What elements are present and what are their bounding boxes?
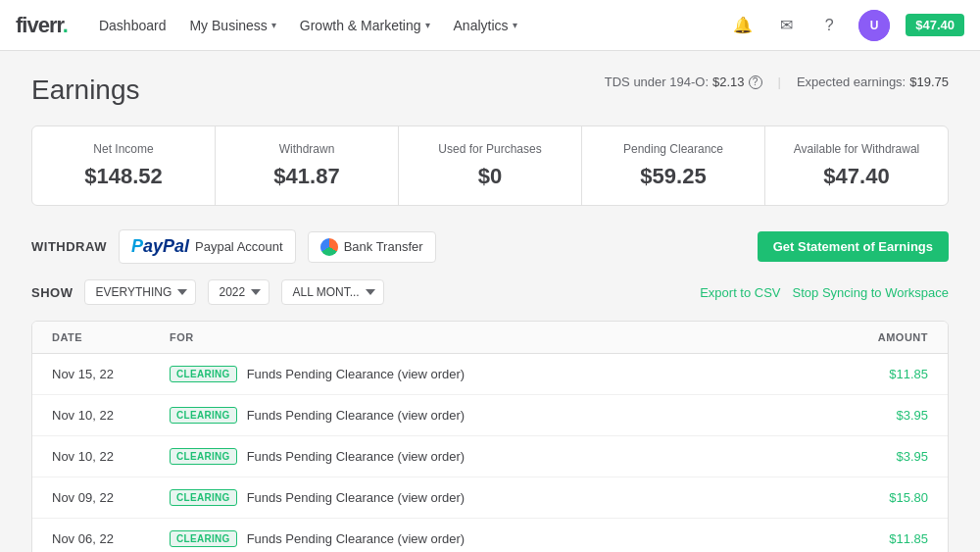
col-for: FOR	[170, 331, 810, 343]
col-amount: AMOUNT	[810, 331, 928, 343]
cell-description: Funds Pending Clearance (view order)	[247, 408, 466, 423]
bank-label: Bank Transfer	[344, 239, 423, 254]
expected-label: Expected earnings:	[797, 75, 906, 89]
tds-value: $2.13	[712, 75, 745, 89]
stat-net-income-value: $148.52	[52, 164, 195, 189]
chevron-down-icon: ▾	[513, 20, 517, 30]
table-body: Nov 15, 22 CLEARING Funds Pending Cleara…	[32, 354, 948, 552]
page-title: Earnings	[31, 75, 140, 106]
table-row: Nov 10, 22 CLEARING Funds Pending Cleara…	[32, 436, 948, 477]
year-filter[interactable]: 2022	[208, 279, 270, 305]
cell-for: CLEARING Funds Pending Clearance (view o…	[170, 407, 810, 424]
col-date: DATE	[52, 331, 170, 343]
stat-available-value: $47.40	[785, 164, 928, 189]
cell-amount: $15.80	[810, 490, 928, 505]
clearing-badge: CLEARING	[170, 489, 237, 506]
top-nav: fiverr. Dashboard My Business ▾ Growth &…	[0, 0, 980, 51]
nav-analytics[interactable]: Analytics ▾	[454, 18, 517, 33]
cell-amount: $11.85	[810, 367, 928, 381]
cell-description: Funds Pending Clearance (view order)	[247, 449, 466, 464]
cell-date: Nov 09, 22	[52, 490, 170, 505]
bank-icon	[320, 238, 338, 256]
nav-growth-marketing[interactable]: Growth & Marketing ▾	[300, 18, 430, 33]
cell-description: Funds Pending Clearance (view order)	[247, 531, 466, 546]
stats-row: Net Income $148.52 Withdrawn $41.87 Used…	[31, 125, 949, 206]
stat-withdrawn: Withdrawn $41.87	[216, 126, 399, 205]
type-filter[interactable]: EVERYTHING	[84, 279, 196, 305]
stat-pending: Pending Clearance $59.25	[582, 126, 765, 205]
cell-for: CLEARING Funds Pending Clearance (view o…	[170, 530, 810, 547]
svg-text:U: U	[870, 19, 879, 32]
paypal-label: Paypal Account	[195, 239, 283, 254]
bank-transfer-button[interactable]: Bank Transfer	[308, 231, 436, 263]
stat-withdrawn-label: Withdrawn	[235, 142, 378, 156]
expected-earnings: Expected earnings: $19.75	[797, 75, 949, 89]
chevron-down-icon: ▾	[425, 20, 430, 30]
stat-pending-value: $59.25	[602, 164, 745, 189]
main-content: Earnings TDS under 194-O: $2.13 ? | Expe…	[0, 51, 980, 552]
table-row: Nov 15, 22 CLEARING Funds Pending Cleara…	[32, 354, 948, 395]
clearing-badge: CLEARING	[170, 530, 237, 547]
get-statement-button[interactable]: Get Statement of Earnings	[758, 231, 949, 262]
cell-for: CLEARING Funds Pending Clearance (view o…	[170, 489, 810, 506]
fiverr-logo[interactable]: fiverr.	[16, 13, 68, 38]
chevron-down-icon: ▾	[271, 20, 276, 30]
earnings-table: DATE FOR AMOUNT Nov 15, 22 CLEARING Fund…	[31, 321, 949, 552]
nav-my-business[interactable]: My Business ▾	[189, 18, 275, 33]
cell-amount: $3.95	[810, 408, 928, 423]
page-header: Earnings TDS under 194-O: $2.13 ? | Expe…	[31, 75, 949, 106]
cell-for: CLEARING Funds Pending Clearance (view o…	[170, 366, 810, 382]
stat-purchases: Used for Purchases $0	[399, 126, 582, 205]
withdraw-row: WITHDRAW PayPal Paypal Account Bank Tran…	[31, 229, 949, 264]
cell-description: Funds Pending Clearance (view order)	[247, 490, 466, 505]
paypal-icon: PayPal	[131, 236, 189, 257]
header-icons: 🔔 ✉ ? U $47.40	[729, 10, 964, 41]
tds-info-icon[interactable]: ?	[749, 75, 762, 89]
clearing-badge: CLEARING	[170, 448, 237, 465]
avatar[interactable]: U	[858, 10, 890, 41]
paypal-button[interactable]: PayPal Paypal Account	[119, 229, 296, 264]
filter-row: SHOW EVERYTHING 2022 ALL MONT... Export …	[31, 279, 949, 305]
cell-date: Nov 15, 22	[52, 367, 170, 381]
stat-purchases-value: $0	[418, 164, 562, 189]
help-icon[interactable]: ?	[815, 12, 843, 39]
tds-label: TDS under 194-O:	[605, 75, 709, 89]
clearing-badge: CLEARING	[170, 407, 237, 424]
export-csv-link[interactable]: Export to CSV	[700, 285, 780, 300]
stat-net-income: Net Income $148.52	[32, 126, 216, 205]
table-row: Nov 10, 22 CLEARING Funds Pending Cleara…	[32, 395, 948, 436]
balance-badge[interactable]: $47.40	[906, 14, 964, 36]
cell-for: CLEARING Funds Pending Clearance (view o…	[170, 448, 810, 465]
stat-available: Available for Withdrawal $47.40	[765, 126, 948, 205]
cell-date: Nov 10, 22	[52, 449, 170, 464]
stat-purchases-label: Used for Purchases	[418, 142, 562, 156]
cell-amount: $11.85	[810, 531, 928, 546]
withdraw-label: WITHDRAW	[31, 239, 107, 254]
table-header: DATE FOR AMOUNT	[32, 322, 948, 354]
show-label: SHOW	[31, 285, 73, 300]
notification-icon[interactable]: 🔔	[729, 12, 757, 39]
cell-amount: $3.95	[810, 449, 928, 464]
stat-pending-label: Pending Clearance	[602, 142, 745, 156]
stat-available-label: Available for Withdrawal	[785, 142, 928, 156]
meta-divider: |	[778, 75, 781, 89]
clearing-badge: CLEARING	[170, 366, 237, 382]
cell-description: Funds Pending Clearance (view order)	[247, 367, 466, 381]
stop-sync-link[interactable]: Stop Syncing to Workspace	[793, 285, 949, 300]
cell-date: Nov 06, 22	[52, 531, 170, 546]
stat-net-income-label: Net Income	[52, 142, 195, 156]
table-row: Nov 06, 22 CLEARING Funds Pending Cleara…	[32, 519, 948, 552]
nav-dashboard[interactable]: Dashboard	[99, 18, 167, 33]
month-filter[interactable]: ALL MONT...	[281, 279, 384, 305]
stat-withdrawn-value: $41.87	[235, 164, 378, 189]
mail-icon[interactable]: ✉	[772, 12, 800, 39]
expected-value: $19.75	[909, 75, 949, 89]
tds-info: TDS under 194-O: $2.13 ?	[605, 75, 762, 89]
cell-date: Nov 10, 22	[52, 408, 170, 423]
table-row: Nov 09, 22 CLEARING Funds Pending Cleara…	[32, 477, 948, 519]
page-meta: TDS under 194-O: $2.13 ? | Expected earn…	[605, 75, 949, 89]
